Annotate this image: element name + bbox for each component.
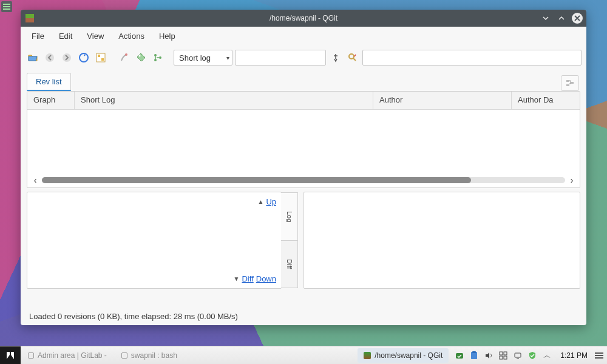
down-link[interactable]: Down	[256, 274, 276, 283]
volume-icon[interactable]	[484, 351, 493, 360]
kickoff-menu-button[interactable]	[0, 346, 21, 365]
scroll-track[interactable]	[42, 177, 565, 183]
task-label: Admin area | GitLab -	[38, 351, 107, 360]
mailmap-button[interactable]	[117, 50, 131, 65]
window-title: /home/swapnil - QGit	[21, 14, 586, 22]
task-qgit[interactable]: /home/swapnil - QGit	[358, 348, 449, 363]
revision-table: Graph Short Log Author Author Da ‹ ›	[27, 91, 580, 188]
log-format-combo[interactable]: Short log ▾	[174, 50, 232, 66]
horizontal-scrollbar[interactable]: ‹ ›	[27, 173, 580, 187]
forward-button[interactable]	[59, 50, 74, 65]
clock[interactable]: 1:21 PM	[557, 351, 591, 360]
svg-rect-19	[472, 351, 476, 353]
up-link-row: ▲ Up	[257, 197, 276, 206]
scroll-right-icon[interactable]: ›	[568, 175, 576, 185]
scroll-left-icon[interactable]: ‹	[31, 175, 39, 185]
search-input[interactable]	[362, 50, 582, 66]
svg-rect-15	[566, 84, 569, 86]
svg-rect-7	[101, 58, 104, 61]
tray-expand-icon[interactable]: ︿	[542, 351, 552, 360]
svg-rect-17	[456, 353, 463, 359]
task-label: swapnil : bash	[131, 351, 177, 360]
svg-point-13	[349, 54, 354, 59]
window-icon	[28, 352, 34, 359]
svg-rect-14	[566, 80, 569, 82]
svg-rect-23	[504, 356, 507, 359]
svg-point-9	[139, 55, 141, 57]
updates-icon[interactable]	[455, 351, 464, 360]
menu-help[interactable]: Help	[152, 29, 183, 43]
clipboard-icon[interactable]	[469, 351, 479, 360]
taskbar: Admin area | GitLab - swapnil : bash /ho…	[0, 346, 607, 364]
branch-button[interactable]	[151, 50, 165, 65]
down-link-row: ▼ Diff Down	[234, 274, 276, 283]
maximize-button[interactable]	[556, 13, 567, 24]
triangle-down-icon: ▼	[234, 275, 240, 282]
menu-actions[interactable]: Actions	[111, 29, 152, 43]
svg-point-11	[154, 59, 157, 61]
scroll-thumb[interactable]	[42, 177, 471, 183]
col-author[interactable]: Author	[373, 92, 512, 109]
open-folder-button[interactable]	[25, 50, 40, 65]
menubar: File Edit View Actions Help	[21, 27, 586, 45]
svg-point-2	[46, 53, 54, 62]
combo-label: Short log	[179, 53, 211, 62]
svg-rect-16	[571, 82, 574, 84]
qgit-icon	[364, 352, 371, 359]
svg-point-12	[159, 56, 161, 59]
svg-point-8	[125, 53, 127, 56]
app-icon	[25, 14, 34, 22]
system-tray: ︿	[450, 351, 557, 360]
detail-pane[interactable]	[304, 192, 580, 289]
chevron-down-icon: ▾	[226, 55, 229, 61]
statusbar: Loaded 0 revisions (0 KB), time elapsed:…	[21, 307, 586, 325]
pin-filter-button[interactable]	[328, 50, 343, 65]
col-authordate[interactable]: Author Da	[512, 92, 580, 109]
toolbar: Short log ▾	[21, 45, 586, 70]
minimize-button[interactable]	[540, 13, 551, 24]
col-graph[interactable]: Graph	[27, 92, 75, 109]
side-tab-log[interactable]: Log	[281, 192, 298, 240]
back-button[interactable]	[42, 50, 57, 65]
menu-view[interactable]: View	[80, 29, 111, 43]
side-tab-diff[interactable]: Diff	[281, 240, 298, 289]
svg-rect-24	[515, 353, 521, 357]
tag-button[interactable]	[134, 50, 148, 65]
col-shortlog[interactable]: Short Log	[75, 92, 373, 109]
task-gitlab[interactable]: Admin area | GitLab -	[22, 348, 113, 363]
titlebar[interactable]: /home/swapnil - QGit	[21, 10, 586, 27]
shield-icon[interactable]	[527, 351, 537, 360]
network-icon[interactable]	[513, 351, 523, 360]
refresh-button[interactable]	[76, 50, 91, 65]
svg-rect-1	[25, 18, 34, 22]
svg-point-3	[63, 53, 71, 62]
panel-menu-button[interactable]	[1, 1, 12, 12]
tabs-row: Rev list	[21, 70, 586, 91]
table-body[interactable]	[27, 110, 580, 173]
panel-options-button[interactable]	[591, 352, 607, 359]
task-label: /home/swapnil - QGit	[375, 351, 443, 360]
svg-point-10	[154, 54, 157, 56]
toggle-tree-button[interactable]	[561, 75, 579, 91]
table-header: Graph Short Log Author Author Da	[27, 92, 580, 110]
svg-rect-22	[500, 356, 503, 359]
svg-rect-20	[500, 352, 503, 355]
workspace-icon[interactable]	[498, 351, 508, 360]
find-button[interactable]	[345, 50, 360, 65]
menu-file[interactable]: File	[24, 29, 52, 43]
log-diff-pane[interactable]: ▲ Up ▼ Diff Down Log Diff	[27, 192, 282, 289]
diff-link[interactable]: Diff	[242, 274, 253, 283]
task-bash[interactable]: swapnil : bash	[115, 348, 183, 363]
filter-input[interactable]	[235, 50, 326, 66]
close-button[interactable]	[572, 13, 583, 24]
window-icon	[121, 352, 127, 359]
status-text: Loaded 0 revisions (0 KB), time elapsed:…	[29, 312, 238, 321]
menu-edit[interactable]: Edit	[52, 29, 80, 43]
filter-tree-button[interactable]	[93, 50, 108, 65]
triangle-up-icon: ▲	[257, 198, 263, 205]
up-link[interactable]: Up	[266, 197, 276, 206]
svg-rect-21	[504, 352, 507, 355]
svg-rect-6	[98, 55, 100, 57]
qgit-window: /home/swapnil - QGit File Edit View Acti…	[21, 10, 586, 325]
tab-rev-list[interactable]: Rev list	[27, 73, 71, 91]
